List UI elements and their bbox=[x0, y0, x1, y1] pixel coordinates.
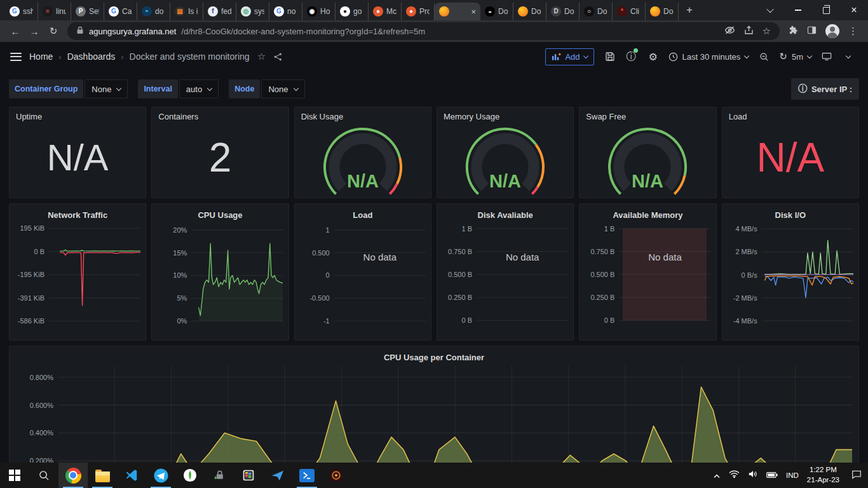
news-icon[interactable]: ⓘ bbox=[622, 47, 641, 66]
tracking-blocked-icon[interactable] bbox=[724, 25, 735, 37]
tab-search-icon[interactable] bbox=[756, 0, 784, 20]
browser-tab[interactable]: ●Mc bbox=[369, 3, 402, 20]
browser-tab[interactable]: ◉Ho bbox=[302, 3, 336, 20]
panel-title[interactable]: CPU Usage bbox=[157, 208, 283, 223]
panel-title[interactable]: Disk Avaliable bbox=[442, 208, 568, 223]
volume-icon[interactable] bbox=[748, 470, 758, 481]
browser-tab[interactable]: ●Pro bbox=[402, 3, 435, 20]
browser-tab[interactable]: PSet bbox=[71, 3, 104, 20]
browser-tab[interactable]: Do bbox=[646, 3, 679, 20]
panel-title[interactable]: Available Memory bbox=[585, 208, 710, 223]
kiosk-mode-icon[interactable] bbox=[817, 47, 836, 66]
tab-favicon: ≡ bbox=[43, 6, 53, 17]
breadcrumb-home[interactable]: Home bbox=[29, 51, 53, 62]
chart-plot[interactable]: No data bbox=[619, 223, 710, 332]
taskbar-file-explorer-icon[interactable] bbox=[88, 463, 117, 488]
notification-icon[interactable] bbox=[851, 470, 862, 482]
add-button[interactable]: Add bbox=[545, 48, 593, 65]
taskbar-vscode-icon[interactable] bbox=[117, 463, 146, 488]
browser-tab[interactable]: ffed bbox=[203, 3, 236, 20]
browser-tab[interactable]: ◎sys bbox=[236, 3, 269, 20]
favorite-star-icon[interactable]: ☆ bbox=[257, 51, 266, 62]
browser-tab[interactable]: Do bbox=[513, 3, 546, 20]
browser-tab[interactable]: ◓do bbox=[137, 3, 170, 20]
reload-button[interactable]: ↻ bbox=[44, 22, 62, 40]
minimize-button[interactable] bbox=[784, 0, 812, 20]
taskbar-winscp-icon[interactable] bbox=[205, 463, 234, 488]
browser-menu-icon[interactable]: ⋮ bbox=[848, 25, 858, 37]
side-panel-icon[interactable] bbox=[807, 25, 817, 37]
maximize-button[interactable] bbox=[812, 0, 840, 20]
chart-plot[interactable] bbox=[762, 223, 853, 332]
taskbar-powershell-icon[interactable] bbox=[292, 463, 322, 488]
browser-tab[interactable]: *Cli bbox=[613, 3, 646, 20]
start-button[interactable] bbox=[0, 463, 29, 488]
browser-tab[interactable]: ▤Is i bbox=[170, 3, 203, 20]
menu-icon[interactable] bbox=[10, 53, 22, 61]
taskbar-telegram-icon[interactable] bbox=[146, 463, 175, 488]
taskbar-mongodb-icon[interactable] bbox=[175, 463, 205, 488]
browser-tab[interactable]: Gno bbox=[269, 3, 302, 20]
wifi-icon[interactable] bbox=[729, 470, 740, 481]
taskbar-game-icon[interactable] bbox=[322, 463, 351, 488]
chart-canvas bbox=[191, 223, 283, 332]
refresh-picker[interactable]: ↻ 5m bbox=[776, 51, 815, 62]
panel-title[interactable]: Load bbox=[300, 208, 426, 223]
extensions-icon[interactable] bbox=[789, 25, 798, 37]
new-tab-button[interactable]: + bbox=[679, 4, 700, 17]
language-indicator[interactable]: IND bbox=[786, 471, 799, 479]
panel-load-stat: Load N/A bbox=[722, 107, 859, 198]
bookmark-star-icon[interactable]: ☆ bbox=[763, 25, 771, 37]
clock-tray[interactable]: 1:22 PM21-Apr-23 bbox=[807, 465, 839, 485]
back-button[interactable]: ← bbox=[6, 22, 24, 40]
browser-tab[interactable]: ◒Do bbox=[480, 3, 513, 20]
dashboard-settings-icon[interactable]: ⚙ bbox=[644, 47, 663, 66]
lock-icon[interactable] bbox=[76, 25, 84, 37]
search-button[interactable] bbox=[29, 463, 58, 488]
share-dashboard-icon[interactable] bbox=[273, 52, 283, 62]
breadcrumb-dashboards[interactable]: Dashboards bbox=[67, 51, 116, 62]
stat-value: N/A bbox=[16, 121, 139, 193]
panel-title[interactable]: Uptime bbox=[16, 112, 139, 121]
tab-favicon: ◒ bbox=[485, 6, 495, 17]
share-icon[interactable] bbox=[744, 25, 754, 37]
battery-icon[interactable] bbox=[766, 470, 778, 481]
taskbar-paper-plane-icon[interactable] bbox=[263, 463, 292, 488]
save-dashboard-icon[interactable] bbox=[600, 47, 620, 66]
variable-value-dropdown[interactable]: None bbox=[261, 79, 304, 98]
chart-plot[interactable]: No data bbox=[477, 223, 568, 332]
browser-tab[interactable]: DDo bbox=[546, 3, 580, 20]
panel-title[interactable]: Containers bbox=[158, 112, 281, 121]
panel-title[interactable]: Load bbox=[729, 112, 852, 121]
panel-title[interactable]: Memory Usage bbox=[444, 112, 567, 121]
tray-chevron-icon[interactable] bbox=[713, 470, 721, 481]
taskbar-chrome-icon[interactable] bbox=[58, 463, 88, 488]
chart-plot[interactable] bbox=[49, 223, 140, 332]
zoom-out-icon[interactable] bbox=[754, 47, 773, 66]
news-dot bbox=[634, 48, 638, 53]
panel-title[interactable]: Disk I/O bbox=[728, 208, 853, 223]
browser-tab[interactable]: × bbox=[435, 3, 480, 20]
panel-title[interactable]: Disk Usage bbox=[301, 112, 424, 121]
close-window-button[interactable]: × bbox=[840, 0, 868, 20]
tab-close-icon[interactable]: × bbox=[471, 7, 476, 17]
panel-title[interactable]: Network Traffic bbox=[15, 208, 140, 223]
tab-title: ssh bbox=[23, 7, 33, 16]
forward-button[interactable]: → bbox=[25, 22, 43, 40]
chart-plot[interactable] bbox=[191, 223, 283, 332]
time-range-picker[interactable]: Last 30 minutes bbox=[665, 52, 752, 62]
panel-title[interactable]: CPU Usage per Container bbox=[16, 350, 852, 365]
profile-avatar[interactable] bbox=[825, 24, 839, 38]
taskbar-remote-app-icon[interactable] bbox=[234, 463, 263, 488]
panel-title[interactable]: Swap Free bbox=[586, 112, 709, 121]
browser-tab[interactable]: ≡linu bbox=[38, 3, 71, 20]
browser-tab[interactable]: ●go bbox=[336, 3, 369, 20]
browser-tab[interactable]: Gssh bbox=[5, 3, 38, 20]
address-bar[interactable]: agungsurya.grafana.net/d/hr8-CooGk/docke… bbox=[67, 22, 780, 40]
browser-tab[interactable]: GCa bbox=[104, 3, 137, 20]
variable-value-dropdown[interactable]: auto bbox=[179, 79, 219, 98]
browser-tab[interactable]: ○Do bbox=[580, 3, 613, 20]
chart-plot[interactable]: No data bbox=[334, 223, 426, 332]
collapse-toolbar-icon[interactable] bbox=[839, 47, 858, 66]
variable-value-dropdown[interactable]: None bbox=[85, 79, 128, 98]
